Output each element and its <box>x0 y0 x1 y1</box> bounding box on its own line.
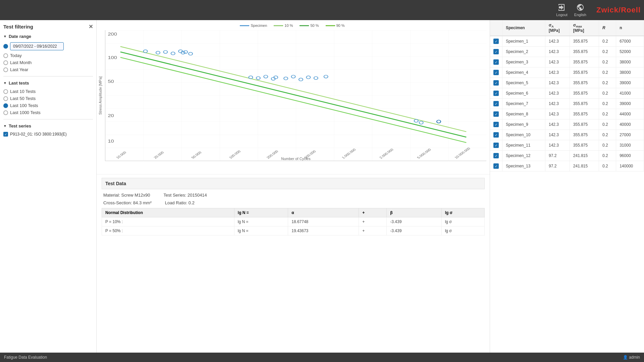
app-header: Logout English Zwick/Roell <box>0 0 644 20</box>
specimen-n: 39000 <box>616 99 644 109</box>
sidebar-title: Test filtering ✕ <box>3 23 93 30</box>
dist-plus: + <box>359 226 387 236</box>
table-row: Specimen_12 97.2 241.815 0.2 96000 <box>490 151 644 161</box>
last-tests-1000[interactable]: Last 1000 Tests <box>3 110 93 115</box>
chart-container: Stress Amplitude [MPa] 200 100 <box>98 30 486 161</box>
cross-section-info: Cross-Section: 84.3 mm² <box>103 200 152 205</box>
footer-user: 👤 admin <box>623 355 640 360</box>
specimen-R: 0.2 <box>599 161 616 171</box>
col-check <box>490 20 502 36</box>
specimen-smax: 241.815 <box>570 161 599 171</box>
row-checkbox[interactable] <box>493 80 499 86</box>
language-button[interactable]: English <box>574 3 586 17</box>
radio-last1000 <box>3 110 8 115</box>
table-row: Specimen_10 142.3 355.875 0.2 27000 <box>490 130 644 140</box>
sidebar: Test filtering ✕ ▼ Date range Today Last… <box>0 20 97 353</box>
row-checkbox[interactable] <box>493 70 499 75</box>
material-info: Material: Screw M12x90 <box>103 193 150 198</box>
specimen-sa: 142.3 <box>545 47 570 57</box>
footer-app-name: Fatigue Data Evaluation <box>4 355 47 360</box>
y-axis-label: Stress Amplitude [MPa] <box>98 30 105 161</box>
test-series-section[interactable]: ▼ Test series <box>3 123 93 128</box>
specimen-name: Specimen_2 <box>502 47 545 57</box>
dist-col-plus: + <box>359 208 387 217</box>
last-tests-10[interactable]: Last 10 Tests <box>3 89 93 94</box>
dist-label: P = 50% : <box>102 226 234 236</box>
radio-last50 <box>3 96 8 101</box>
row-checkbox[interactable] <box>493 143 499 148</box>
svg-text:200: 200 <box>108 32 117 36</box>
radio-last100 <box>3 103 8 108</box>
info-row-1: Material: Screw M12x90 Test Series: 2015… <box>102 193 485 198</box>
row-checkbox[interactable] <box>493 132 499 138</box>
row-checkbox[interactable] <box>493 59 499 65</box>
specimen-sa: 97.2 <box>545 161 570 171</box>
info-panel: Test Data Material: Screw M12x90 Test Se… <box>97 174 490 353</box>
last-tests-section[interactable]: ▼ Last tests <box>3 81 93 86</box>
row-check-cell <box>490 36 502 47</box>
specimen-n: 38000 <box>616 57 644 67</box>
table-row: Specimen_5 142.3 355.875 0.2 39000 <box>490 78 644 88</box>
specimen-smax: 355.875 <box>570 67 599 78</box>
dist-lgN: lg N = <box>234 226 288 236</box>
date-radio-today[interactable]: Today <box>3 53 93 58</box>
legend-specimen: Specimen <box>240 23 267 28</box>
chart-svg: 200 100 50 20 10 <box>105 30 486 161</box>
dist-beta: -3.439 <box>387 226 441 236</box>
row-checkbox[interactable] <box>493 101 499 106</box>
specimen-n: 96000 <box>616 151 644 161</box>
row-check-cell <box>490 161 502 171</box>
col-specimen: Specimen <box>502 20 545 36</box>
specimen-name: Specimen_5 <box>502 78 545 88</box>
specimen-sa: 142.3 <box>545 78 570 88</box>
row-checkbox[interactable] <box>493 122 499 127</box>
date-range-input[interactable] <box>10 42 64 50</box>
table-row: Specimen_11 142.3 355.875 0.2 31000 <box>490 140 644 151</box>
specimen-sa: 97.2 <box>545 151 570 161</box>
last-tests-100[interactable]: Last 100 Tests <box>3 103 93 108</box>
specimen-smax: 355.875 <box>570 109 599 119</box>
specimen-R: 0.2 <box>599 99 616 109</box>
col-R: R <box>599 20 616 36</box>
row-checkbox[interactable] <box>493 91 499 96</box>
row-check-cell <box>490 119 502 130</box>
specimen-smax: 355.875 <box>570 78 599 88</box>
app-logo: Zwick/Roell <box>596 6 641 14</box>
date-range-section[interactable]: ▼ Date range <box>3 34 93 39</box>
test-data-title: Test Data <box>102 178 485 189</box>
last-tests-50[interactable]: Last 50 Tests <box>3 96 93 101</box>
dist-lgsigma: lg σ <box>441 217 484 226</box>
specimen-sa: 142.3 <box>545 119 570 130</box>
row-check-cell <box>490 67 502 78</box>
specimen-R: 0.2 <box>599 67 616 78</box>
table-row: P = 10% : lg N = 18.67748 + -3.439 lg σ <box>102 217 485 226</box>
chart-area: Specimen 10 % 50 % 90 % Stress Amplitude… <box>97 20 490 174</box>
logout-button[interactable]: Logout <box>556 3 568 17</box>
row-checkbox[interactable] <box>493 49 499 54</box>
row-checkbox[interactable] <box>493 39 499 44</box>
specimen-table: Specimen σA[MPa] σmax[MPa] R n Specimen_… <box>490 20 644 171</box>
table-row: Specimen_9 142.3 355.875 0.2 40000 <box>490 119 644 130</box>
specimen-name: Specimen_8 <box>502 109 545 119</box>
specimen-smax: 355.875 <box>570 88 599 99</box>
chevron-down-icon-2: ▼ <box>3 81 7 85</box>
dist-alpha: 19.43673 <box>288 226 359 236</box>
chart-plot: 200 100 50 20 10 <box>105 30 486 161</box>
close-icon[interactable]: ✕ <box>89 23 93 30</box>
date-radio-last-year[interactable]: Last Year <box>3 67 93 72</box>
date-radio-last-month[interactable]: Last Month <box>3 60 93 65</box>
row-checkbox[interactable] <box>493 163 499 169</box>
specimen-name: Specimen_4 <box>502 67 545 78</box>
radio-last-year <box>3 67 8 72</box>
specimen-name: Specimen_7 <box>502 99 545 109</box>
specimen-R: 0.2 <box>599 119 616 130</box>
dist-col-beta: β <box>387 208 441 217</box>
row-checkbox[interactable] <box>493 153 499 158</box>
test-series-item[interactable]: P913-02_01: ISO 3800:1993(E) <box>3 132 93 137</box>
table-row: Specimen_7 142.3 355.875 0.2 39000 <box>490 99 644 109</box>
date-radio-custom[interactable] <box>3 44 8 49</box>
specimen-n: 27000 <box>616 130 644 140</box>
specimen-sa: 142.3 <box>545 140 570 151</box>
date-range-option-custom <box>3 42 93 50</box>
row-checkbox[interactable] <box>493 111 499 117</box>
